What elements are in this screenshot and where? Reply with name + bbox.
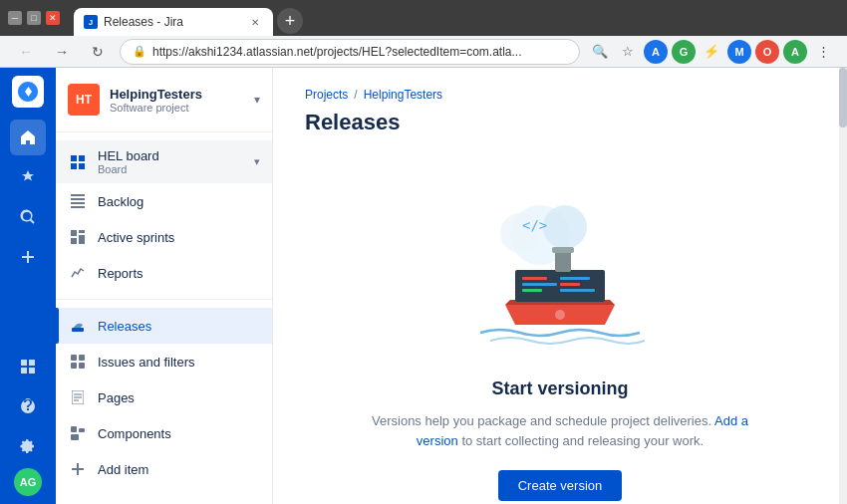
active-tab[interactable]: J Releases - Jira ✕ bbox=[74, 8, 273, 36]
gs-search-item[interactable] bbox=[10, 199, 46, 235]
svg-rect-13 bbox=[79, 230, 85, 233]
project-type: Software project bbox=[110, 102, 244, 114]
sidebar-item-active-sprints[interactable]: Active sprints bbox=[56, 219, 272, 255]
scrollbar-thumb[interactable] bbox=[839, 68, 847, 127]
sidebar-item-add[interactable]: Add item bbox=[56, 451, 272, 487]
sidebar-item-reports[interactable]: Reports bbox=[56, 255, 272, 291]
svg-rect-18 bbox=[79, 355, 85, 361]
avatar-initials: AG bbox=[20, 476, 37, 488]
page-title: Releases bbox=[305, 110, 815, 135]
breadcrumb-projects-link[interactable]: Projects bbox=[305, 88, 348, 102]
user-avatar[interactable]: AG bbox=[14, 468, 42, 496]
breadcrumb-project-link[interactable]: HelpingTesters bbox=[364, 88, 442, 102]
svg-rect-6 bbox=[71, 163, 77, 169]
jira-logo-icon bbox=[18, 82, 38, 102]
backlog-icon bbox=[68, 191, 88, 211]
content-inner: Projects / HelpingTesters Releases </> bbox=[273, 68, 847, 504]
gs-question-item[interactable] bbox=[10, 388, 46, 424]
sidebar-item-backlog[interactable]: Backlog bbox=[56, 183, 272, 219]
svg-rect-27 bbox=[71, 434, 79, 440]
svg-rect-36 bbox=[560, 277, 590, 280]
sidebar-section-board: HEL board Board ▾ Backlog Active sprints bbox=[56, 132, 272, 299]
url-text: https://akshi1234.atlassian.net/projects… bbox=[152, 45, 567, 59]
sidebar-item-issues-filters[interactable]: Issues and filters bbox=[56, 344, 272, 379]
create-version-button[interactable]: Create version bbox=[498, 470, 623, 501]
empty-desc-part2-text: to start collecting and releasing your w… bbox=[461, 433, 704, 448]
profile-avatar: A bbox=[783, 40, 807, 64]
gs-create-item[interactable] bbox=[10, 239, 46, 275]
forward-button[interactable]: → bbox=[48, 38, 76, 66]
address-bar: ← → ↻ 🔒 https://akshi1234.atlassian.net/… bbox=[0, 36, 847, 68]
backlog-label: Backlog bbox=[98, 194, 260, 209]
extensions-button[interactable]: ⚡ bbox=[700, 40, 723, 64]
url-bar[interactable]: 🔒 https://akshi1234.atlassian.net/projec… bbox=[120, 39, 580, 65]
search-action-button[interactable]: 🔍 bbox=[588, 40, 612, 64]
svg-rect-34 bbox=[522, 283, 557, 286]
menu-button[interactable]: ⋮ bbox=[811, 40, 835, 64]
project-info: HelpingTesters Software project bbox=[110, 87, 244, 114]
lock-icon: 🔒 bbox=[133, 45, 146, 58]
gs-settings-item[interactable] bbox=[10, 428, 46, 464]
breadcrumb: Projects / HelpingTesters bbox=[305, 88, 815, 102]
tab-close-button[interactable]: ✕ bbox=[247, 14, 263, 30]
svg-rect-2 bbox=[21, 368, 27, 374]
svg-rect-1 bbox=[29, 360, 35, 366]
svg-rect-33 bbox=[522, 277, 547, 280]
board-icon bbox=[68, 152, 88, 172]
back-button[interactable]: ← bbox=[12, 38, 40, 66]
sidebar-item-components[interactable]: Components bbox=[56, 415, 272, 451]
reports-label: Reports bbox=[98, 266, 260, 281]
svg-rect-38 bbox=[560, 289, 595, 292]
svg-rect-14 bbox=[71, 238, 77, 244]
svg-rect-19 bbox=[71, 363, 77, 369]
svg-rect-25 bbox=[71, 426, 77, 432]
svg-rect-5 bbox=[79, 155, 85, 161]
svg-rect-26 bbox=[79, 428, 85, 432]
star-icon bbox=[20, 169, 36, 185]
empty-desc-part1: Versions help you package and schedule p… bbox=[372, 413, 711, 428]
project-header[interactable]: HT HelpingTesters Software project ▾ bbox=[56, 68, 272, 132]
profile-circle-3: M bbox=[727, 40, 751, 64]
empty-state-title: Start versioning bbox=[491, 378, 628, 399]
issues-icon bbox=[68, 352, 88, 372]
maximize-button[interactable]: □ bbox=[27, 11, 41, 25]
svg-rect-20 bbox=[79, 363, 85, 369]
bookmark-button[interactable]: ☆ bbox=[616, 40, 640, 64]
address-actions: 🔍 ☆ A G ⚡ M O A ⋮ bbox=[588, 40, 835, 64]
profile-circle-4: O bbox=[755, 40, 779, 64]
sidebar-item-board[interactable]: HEL board Board ▾ bbox=[56, 140, 272, 183]
svg-rect-39 bbox=[555, 250, 571, 272]
window-controls: ─ □ ✕ bbox=[8, 11, 60, 25]
settings-icon bbox=[20, 438, 36, 454]
scrollbar-track[interactable] bbox=[839, 68, 847, 504]
new-tab-button[interactable]: + bbox=[277, 8, 303, 34]
board-sublabel: Board bbox=[98, 163, 244, 175]
gs-star-item[interactable] bbox=[10, 159, 46, 195]
apps-icon bbox=[20, 359, 36, 375]
tab-title: Releases - Jira bbox=[104, 15, 183, 29]
gs-apps-item[interactable] bbox=[10, 349, 46, 384]
svg-rect-3 bbox=[29, 368, 35, 374]
svg-rect-0 bbox=[21, 360, 27, 366]
svg-rect-17 bbox=[71, 355, 77, 361]
add-item-label: Add item bbox=[98, 462, 260, 477]
browser-tabs: J Releases - Jira ✕ + bbox=[74, 0, 303, 36]
svg-rect-40 bbox=[552, 247, 574, 253]
sidebar-item-releases[interactable]: Releases bbox=[56, 308, 272, 344]
gs-home-item[interactable] bbox=[10, 120, 46, 155]
reload-button[interactable]: ↻ bbox=[84, 38, 112, 66]
main-content: Projects / HelpingTesters Releases </> bbox=[273, 68, 847, 504]
pages-icon bbox=[68, 387, 88, 407]
home-icon bbox=[20, 129, 36, 145]
svg-point-41 bbox=[555, 310, 565, 320]
board-label: HEL board bbox=[98, 148, 244, 163]
svg-rect-8 bbox=[71, 194, 85, 196]
minimize-button[interactable]: ─ bbox=[8, 11, 22, 25]
sidebar-item-pages[interactable]: Pages bbox=[56, 379, 272, 415]
svg-rect-16 bbox=[72, 328, 84, 332]
close-button[interactable]: ✕ bbox=[46, 11, 60, 25]
add-icon bbox=[68, 459, 88, 479]
svg-rect-4 bbox=[71, 155, 77, 161]
active-sprints-icon bbox=[68, 227, 88, 247]
ship-illustration: </> bbox=[460, 195, 660, 355]
